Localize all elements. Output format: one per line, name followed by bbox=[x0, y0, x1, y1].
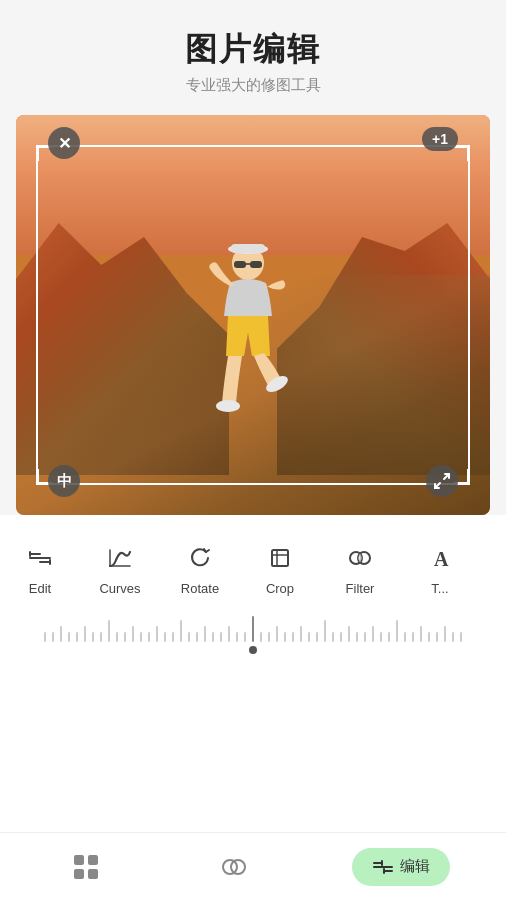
tick bbox=[460, 632, 462, 642]
close-badge[interactable]: ✕ bbox=[48, 127, 80, 159]
curves-icon bbox=[101, 539, 139, 577]
filter-icon bbox=[341, 539, 379, 577]
ruler-indicator bbox=[249, 646, 257, 654]
mid-badge[interactable]: 中 bbox=[48, 465, 80, 497]
tick bbox=[324, 620, 326, 642]
tick bbox=[180, 620, 182, 642]
crop-label: Crop bbox=[266, 581, 294, 596]
text-label: T... bbox=[431, 581, 448, 596]
svg-rect-26 bbox=[88, 869, 98, 879]
tick bbox=[76, 632, 78, 642]
tick bbox=[404, 632, 406, 642]
tick bbox=[444, 626, 446, 642]
tick bbox=[420, 626, 422, 642]
rotate-label: Rotate bbox=[181, 581, 219, 596]
toolbar-item-filter[interactable]: Filter bbox=[320, 535, 400, 600]
tick bbox=[204, 626, 206, 642]
tick bbox=[436, 632, 438, 642]
toolbar-item-edit[interactable]: Edit bbox=[0, 535, 80, 600]
tick bbox=[44, 632, 46, 642]
toolbar-area: Edit Curves Rotate bbox=[0, 515, 506, 832]
toolbar-item-curves[interactable]: Curves bbox=[80, 535, 160, 600]
tick bbox=[132, 626, 134, 642]
toolbar-item-rotate[interactable]: Rotate bbox=[160, 535, 240, 600]
tick bbox=[52, 632, 54, 642]
tick bbox=[380, 632, 382, 642]
curves-label: Curves bbox=[99, 581, 140, 596]
page-title: 图片编辑 bbox=[0, 28, 506, 72]
header: 图片编辑 专业强大的修图工具 bbox=[0, 0, 506, 105]
tick bbox=[428, 632, 430, 642]
ruler-ticks bbox=[0, 606, 506, 642]
nav-edit-label: 编辑 bbox=[400, 857, 430, 876]
edit-label: Edit bbox=[29, 581, 51, 596]
tick bbox=[124, 632, 126, 642]
tick bbox=[84, 626, 86, 642]
tick bbox=[228, 626, 230, 642]
nav-item-filter[interactable] bbox=[204, 845, 264, 889]
tick bbox=[284, 632, 286, 642]
toolbar-item-text[interactable]: A T... bbox=[400, 535, 480, 600]
tick bbox=[396, 620, 398, 642]
svg-point-6 bbox=[216, 400, 240, 412]
resize-badge[interactable] bbox=[426, 465, 458, 497]
svg-rect-25 bbox=[74, 869, 84, 879]
tick bbox=[188, 632, 190, 642]
tick bbox=[244, 632, 246, 642]
rotate-icon bbox=[181, 539, 219, 577]
tick bbox=[348, 626, 350, 642]
tick bbox=[412, 632, 414, 642]
toolbar-items: Edit Curves Rotate bbox=[0, 527, 506, 604]
svg-rect-4 bbox=[250, 261, 262, 268]
tick bbox=[92, 632, 94, 642]
tick bbox=[372, 626, 374, 642]
tick bbox=[452, 632, 454, 642]
tick bbox=[68, 632, 70, 642]
tick bbox=[332, 632, 334, 642]
bottom-nav: 编辑 bbox=[0, 832, 506, 900]
tick bbox=[60, 626, 62, 642]
tick bbox=[388, 632, 390, 642]
filter-label: Filter bbox=[346, 581, 375, 596]
text-icon: A bbox=[421, 539, 459, 577]
tick bbox=[108, 620, 110, 642]
image-canvas[interactable]: ✕ +1 中 bbox=[16, 115, 490, 515]
tick bbox=[308, 632, 310, 642]
tick bbox=[156, 626, 158, 642]
svg-rect-17 bbox=[272, 550, 288, 566]
svg-rect-23 bbox=[74, 855, 84, 865]
nav-item-grid[interactable] bbox=[56, 845, 116, 889]
toolbar-item-crop[interactable]: Crop bbox=[240, 535, 320, 600]
tick bbox=[268, 632, 270, 642]
person-figure bbox=[198, 241, 298, 455]
tick bbox=[364, 632, 366, 642]
svg-rect-24 bbox=[88, 855, 98, 865]
svg-rect-2 bbox=[231, 244, 265, 253]
svg-text:A: A bbox=[434, 548, 449, 570]
tick bbox=[340, 632, 342, 642]
tick bbox=[292, 632, 294, 642]
page-subtitle: 专业强大的修图工具 bbox=[0, 76, 506, 95]
ruler-slider[interactable] bbox=[0, 604, 506, 656]
edit-icon bbox=[21, 539, 59, 577]
tick bbox=[356, 632, 358, 642]
svg-rect-3 bbox=[234, 261, 246, 268]
tick bbox=[316, 632, 318, 642]
tick bbox=[236, 632, 238, 642]
tick bbox=[220, 632, 222, 642]
plus-badge[interactable]: +1 bbox=[422, 127, 458, 151]
nav-item-edit-active[interactable]: 编辑 bbox=[352, 848, 450, 886]
tick-center bbox=[252, 616, 254, 642]
tick bbox=[260, 632, 262, 642]
crop-icon bbox=[261, 539, 299, 577]
tick bbox=[276, 626, 278, 642]
tick bbox=[300, 626, 302, 642]
tick bbox=[140, 632, 142, 642]
crop-corner-tr bbox=[454, 145, 470, 161]
tick bbox=[116, 632, 118, 642]
tick bbox=[100, 632, 102, 642]
tick bbox=[196, 632, 198, 642]
tick bbox=[172, 632, 174, 642]
tick bbox=[164, 632, 166, 642]
tick bbox=[212, 632, 214, 642]
